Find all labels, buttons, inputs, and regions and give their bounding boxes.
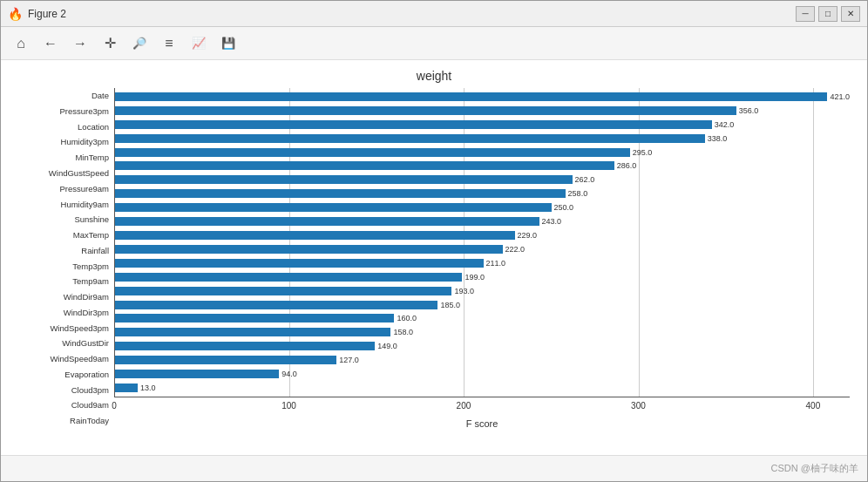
bar-row: 243.0	[115, 215, 850, 227]
bar-value-label: 243.0	[542, 217, 562, 226]
bar-row: 229.0	[115, 229, 850, 241]
plot-area: 421.0356.0342.0338.0295.0286.0262.0258.0…	[114, 88, 850, 397]
y-axis-labels: DatePressure3pmLocationHumidity3pmMinTem…	[18, 88, 114, 429]
settings-button[interactable]: ≡	[156, 31, 182, 56]
bar-row: 199.0	[115, 271, 850, 283]
window-icon: 🔥	[8, 7, 23, 21]
bar-value-label: 94.0	[281, 370, 297, 378]
bar-value-label: 286.0	[617, 161, 637, 170]
y-label: WindGustDir	[18, 336, 109, 350]
bar-row: 356.0	[115, 105, 850, 117]
bar-row: 185.0	[115, 299, 850, 311]
zoom-button[interactable]: 🔎	[126, 31, 153, 56]
y-label: Location	[18, 119, 109, 133]
window-controls: ─ □ ✕	[796, 6, 860, 22]
bar-row: 286.0	[115, 160, 850, 172]
bar	[115, 189, 566, 198]
bar	[115, 384, 138, 392]
y-label: Temp3pm	[18, 259, 109, 273]
bar-value-label: 13.0	[140, 384, 156, 392]
bar	[115, 245, 503, 254]
bar-value-label: 127.0	[339, 356, 359, 364]
y-label: Humidity9am	[18, 197, 109, 211]
bar-row: 193.0	[115, 285, 850, 297]
bar-value-label: 421.0	[830, 92, 850, 101]
y-label: Date	[18, 89, 109, 103]
bar	[115, 301, 437, 309]
bars-container: 421.0356.0342.0338.0295.0286.0262.0258.0…	[115, 88, 850, 397]
bar-row: 342.0	[115, 119, 850, 131]
minimize-button[interactable]: ─	[796, 6, 815, 22]
y-label: WindDir9am	[18, 290, 109, 304]
back-button[interactable]: ←	[37, 31, 64, 56]
bar	[115, 370, 279, 378]
bar-row: 211.0	[115, 257, 850, 269]
bar	[115, 342, 375, 350]
line-button[interactable]: 📈	[186, 31, 212, 56]
y-label: Cloud9am	[18, 398, 109, 412]
close-button[interactable]: ✕	[841, 6, 860, 22]
y-label: Evaporation	[18, 368, 109, 382]
bar-value-label: 193.0	[454, 287, 474, 295]
y-label: Sunshine	[18, 213, 109, 227]
bar	[115, 356, 336, 364]
bar-value-label: 342.0	[715, 120, 735, 129]
bar-value-label: 262.0	[575, 175, 595, 184]
bar-value-label: 229.0	[518, 231, 538, 240]
watermark: CSDN @柚子味的羊	[771, 462, 858, 475]
bar	[115, 217, 539, 226]
bar-row: 250.0	[115, 201, 850, 214]
bar	[115, 273, 462, 282]
title-bar: 🔥 Figure 2 ─ □ ✕	[1, 1, 867, 27]
y-label: WindDir3pm	[18, 306, 109, 320]
bar	[115, 148, 630, 157]
bar	[115, 120, 712, 129]
toolbar: ⌂ ← → ✛ 🔎 ≡ 📈 💾	[1, 27, 867, 60]
bar-value-label: 185.0	[440, 301, 460, 309]
maximize-button[interactable]: □	[818, 6, 837, 22]
pan-button[interactable]: ✛	[97, 31, 123, 56]
bar-row: 258.0	[115, 187, 850, 200]
bar-value-label: 199.0	[465, 273, 485, 282]
x-tick-label: 200	[457, 401, 471, 411]
save-button[interactable]: 💾	[215, 31, 241, 56]
y-label: WindSpeed9am	[18, 352, 109, 366]
bar-row: 222.0	[115, 243, 850, 255]
bar-row: 295.0	[115, 146, 850, 159]
bar-row: 338.0	[115, 132, 850, 145]
bar	[115, 231, 515, 240]
y-label: MaxTemp	[18, 228, 109, 242]
bar-value-label: 295.0	[633, 148, 653, 157]
bar-value-label: 250.0	[554, 203, 574, 212]
y-label: WindGustSpeed	[18, 166, 109, 180]
chart-container: DatePressure3pmLocationHumidity3pmMinTem…	[1, 88, 867, 455]
bar-row: 158.0	[115, 326, 850, 338]
y-label: WindSpeed3pm	[18, 321, 109, 335]
bar	[115, 92, 827, 101]
bar	[115, 134, 705, 143]
forward-button[interactable]: →	[67, 31, 93, 56]
x-axis-labels-container: 0100200300400	[114, 397, 850, 417]
bar-row: 262.0	[115, 173, 850, 186]
bar-value-label: 160.0	[397, 314, 417, 322]
bar	[115, 314, 394, 322]
bar-value-label: 158.0	[393, 328, 413, 336]
status-bar: CSDN @柚子味的羊	[1, 455, 867, 481]
bar-row: 160.0	[115, 312, 850, 324]
window-title: Figure 2	[28, 8, 66, 20]
title-bar-left: 🔥 Figure 2	[8, 7, 66, 21]
chart-title: weight	[417, 69, 451, 83]
y-label: Humidity3pm	[18, 135, 109, 149]
x-tick-label: 100	[281, 401, 296, 411]
bar-value-label: 338.0	[708, 134, 728, 143]
bar-row: 149.0	[115, 340, 850, 352]
bar-row: 13.0	[115, 382, 850, 394]
home-button[interactable]: ⌂	[8, 31, 34, 56]
x-tick-label: 300	[631, 401, 646, 411]
x-tick-label: 400	[806, 401, 821, 411]
bar	[115, 203, 552, 212]
bar	[115, 175, 573, 184]
bar	[115, 106, 736, 115]
bar-value-label: 356.0	[739, 106, 759, 115]
bar-row: 94.0	[115, 368, 850, 380]
